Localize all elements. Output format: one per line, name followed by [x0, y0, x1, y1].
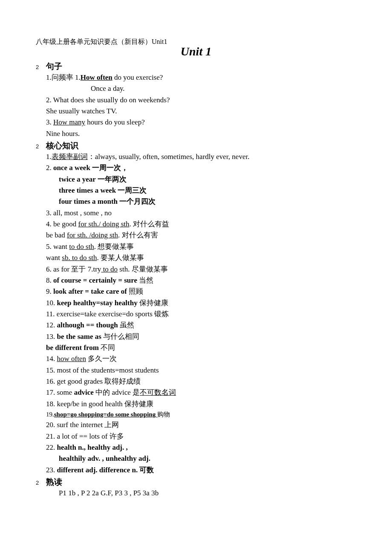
text-bold: twice a year 一年两次 — [46, 174, 356, 185]
section-read: 2 熟读 P1 1b , P 2 2a G.F, P3 3 , P5 3a 3b — [36, 477, 356, 499]
text-underline: 表频率副词 — [52, 153, 88, 161]
section-bullet: 2 — [36, 480, 46, 486]
section-content: 1.问频率 1.How often do you exercise? Once … — [36, 72, 356, 139]
section-label: 熟读 — [46, 477, 62, 488]
section-bullet: 2 — [36, 64, 46, 70]
text-bold: four times a month 一个月四次 — [46, 196, 356, 207]
text: 11. exercise=take exercise=do sports 锻炼 — [46, 309, 356, 320]
text: . 要某人做某事 — [97, 254, 144, 262]
text-bold: be the same as — [57, 332, 104, 341]
text-underline: for sth./ doing sth — [78, 220, 130, 228]
text-underline: how often — [57, 355, 86, 363]
text: 15. most of the students=most students — [46, 365, 356, 376]
text: 16. get good grades 取得好成绩 — [46, 376, 356, 387]
text-bold: advice — [74, 388, 96, 396]
text: 1.问频率 1. — [46, 73, 81, 81]
text-underline: to do — [101, 265, 118, 273]
section-core: 2 核心知识 1.表频率副词：always, usually, often, s… — [36, 140, 356, 476]
section-bullet: 2 — [36, 143, 46, 150]
text: 21. a lot of == lots of 许多 — [46, 431, 356, 442]
section-content: 1.表频率副词：always, usually, often, sometime… — [36, 151, 356, 476]
text-bold: of course = certainly = sure — [53, 276, 139, 284]
text: 5. want — [46, 243, 69, 251]
section-content: P1 1b , P 2 2a G.F, P3 3 , P5 3a 3b — [36, 488, 356, 499]
text: be bad — [46, 231, 67, 239]
text: 1. — [46, 153, 52, 161]
text: 13. — [46, 332, 57, 341]
text-underline: How many — [53, 118, 85, 126]
text-underline: 不可数名词 — [140, 388, 176, 396]
text: 18. keep/be in good health 保持健康 — [46, 399, 356, 410]
text-bold: keep healthy=stay healthy — [57, 299, 139, 307]
text: ：always, usually, often, sometimes, hard… — [88, 153, 250, 161]
text: want — [46, 254, 62, 262]
text: . 想要做某事 — [94, 243, 134, 251]
section-head: 2 句子 — [36, 61, 356, 72]
text: 中的 advice 是 — [95, 388, 140, 396]
text: 22. — [46, 443, 57, 451]
text: Once a day. — [46, 83, 356, 94]
text-bold: although == though — [57, 321, 120, 329]
text-bold: three times a week 一周三次 — [46, 185, 356, 196]
section-sentences: 2 句子 1.问频率 1.How often do you exercise? … — [36, 61, 356, 139]
section-label: 核心知识 — [46, 140, 78, 151]
section-label: 句子 — [46, 61, 62, 72]
text: do you exercise? — [112, 73, 163, 81]
text-bold: be different from — [46, 344, 101, 352]
text: 10. — [46, 299, 57, 307]
text: 与什么相同 — [103, 332, 139, 341]
unit-title: Unit 1 — [36, 45, 356, 58]
text: She usually watches TV. — [46, 106, 356, 117]
text: hours do you sleep? — [85, 118, 145, 126]
text: sth. 尽量做某事 — [118, 265, 168, 273]
document-page: 八年级上册各单元知识要点（新目标）Unit1 Unit 1 2 句子 1.问频率… — [0, 0, 392, 555]
text: 不同 — [101, 344, 115, 352]
text: . 对什么有害 — [118, 231, 158, 239]
text-bold-underline: shop=go shopping=do some shopping — [54, 411, 157, 418]
text: 4. be good — [46, 220, 78, 228]
text: 17. some — [46, 388, 74, 396]
text: 14. — [46, 355, 57, 363]
text-underline: for sth. /doing sth — [67, 231, 118, 239]
text: 2. — [46, 164, 53, 172]
text: P1 1b , P 2 2a G.F, P3 3 , P5 3a 3b — [46, 488, 356, 499]
text: . 对什么有益 — [130, 220, 170, 228]
text: 19. — [46, 411, 54, 418]
text: 6. as for 至于 7.try — [46, 265, 101, 273]
text-bold: health n., healthy adj. , — [57, 443, 128, 451]
text: 23. — [46, 466, 57, 474]
text: Nine hours. — [46, 128, 356, 139]
text: 3. — [46, 118, 53, 126]
text-bold: healthily adv. , unhealthy adj. — [46, 453, 356, 464]
text: 3. all, most , some , no — [46, 208, 356, 219]
section-head: 2 核心知识 — [36, 140, 356, 151]
text-bold-underline: How often — [81, 73, 112, 81]
text: 2. What does she usually do on weekends? — [46, 95, 356, 106]
text: 多久一次 — [86, 355, 117, 363]
text: 保持健康 — [139, 299, 168, 307]
text-underline: sb. to do sth — [62, 254, 97, 262]
text-bold: different adj. difference n. 可数 — [57, 466, 154, 474]
text: 12. — [46, 321, 57, 329]
text-underline: to do sth — [69, 243, 94, 251]
text-bold: look after = take care of — [53, 287, 129, 295]
text: 8. — [46, 276, 53, 284]
section-head: 2 熟读 — [36, 477, 356, 488]
text: 当然 — [139, 276, 153, 284]
text: 购物 — [157, 411, 170, 418]
text: 9. — [46, 287, 53, 295]
text: 虽然 — [120, 321, 134, 329]
text: 20. surf the internet 上网 — [46, 419, 356, 431]
text: 照顾 — [129, 287, 143, 295]
text-bold: once a week 一周一次， — [53, 164, 128, 172]
